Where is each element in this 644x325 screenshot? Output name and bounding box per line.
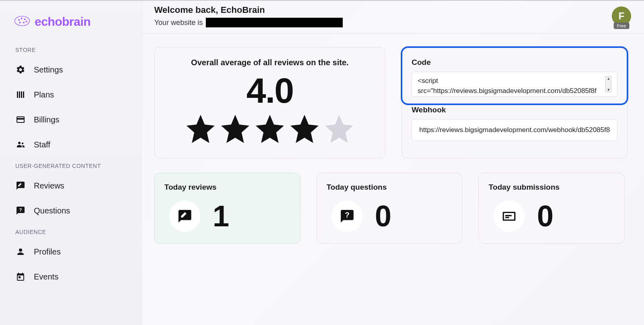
website-line: Your website is xyxy=(154,18,343,27)
svg-rect-10 xyxy=(23,91,24,98)
staff-icon xyxy=(15,139,26,150)
svg-point-14 xyxy=(19,248,22,252)
stat-value: 0 xyxy=(537,201,553,231)
svg-point-5 xyxy=(23,22,25,23)
sidebar-item-label: Events xyxy=(34,272,58,282)
svg-point-11 xyxy=(18,142,21,144)
stats-row: Today reviews1Today questions?0Today sub… xyxy=(154,173,625,244)
stat-value: 1 xyxy=(213,201,229,231)
sidebar-item-label: Profiles xyxy=(34,247,61,257)
svg-point-2 xyxy=(21,17,23,19)
sidebar: echobrain STORE Settings Plans Billings … xyxy=(0,1,142,325)
website-prefix: Your website is xyxy=(154,19,203,27)
brain-icon xyxy=(14,14,31,29)
svg-rect-7 xyxy=(17,91,18,98)
webhook-label: Webhook xyxy=(412,106,617,114)
sidebar-item-label: Reviews xyxy=(34,181,64,190)
overall-title: Overall average of all reviews on the si… xyxy=(164,58,375,67)
sidebar-item-label: Staff xyxy=(34,140,50,149)
stat-title: Today submissions xyxy=(489,183,615,192)
sidebar-item-settings[interactable]: Settings xyxy=(0,57,142,82)
svg-point-4 xyxy=(19,22,21,23)
svg-point-1 xyxy=(18,19,20,21)
plan-badge: Free xyxy=(614,23,630,29)
gear-icon xyxy=(15,64,26,75)
stat-card: Today submissions0 xyxy=(478,173,625,244)
content: Overall average of all reviews on the si… xyxy=(142,33,644,325)
code-webhook-card: Code <script src="https://reviews.bigsig… xyxy=(402,47,627,158)
sidebar-item-label: Questions xyxy=(34,206,70,215)
stat-card: Today questions?0 xyxy=(317,173,463,244)
svg-rect-9 xyxy=(21,91,22,98)
overall-average-card: Overall average of all reviews on the si… xyxy=(154,47,385,158)
code-snippet-box[interactable]: <script src="https://reviews.bigsigmadev… xyxy=(412,72,617,97)
star-icon xyxy=(218,112,252,147)
question-icon: ? xyxy=(15,205,26,216)
sidebar-item-staff[interactable]: Staff xyxy=(0,132,142,157)
sidebar-item-label: Settings xyxy=(34,65,63,75)
svg-text:?: ? xyxy=(345,211,350,219)
main: Welcome back, EchoBrain Your website is … xyxy=(142,1,644,325)
webhook-url-box[interactable]: https://reviews.bigsigmadevelopment.com/… xyxy=(412,119,617,141)
star-icon xyxy=(288,112,321,147)
logo-text: echobrain xyxy=(35,15,91,29)
sidebar-item-profiles[interactable]: Profiles xyxy=(0,239,142,264)
nav-section-store: STORE xyxy=(0,41,142,57)
card-icon xyxy=(15,114,26,125)
svg-point-6 xyxy=(26,21,27,22)
star-rating xyxy=(164,112,375,147)
sidebar-item-reviews[interactable]: Reviews xyxy=(0,173,142,198)
nav-section-ugc: USER-GENERATED CONTENT xyxy=(0,157,142,173)
person-icon xyxy=(15,246,26,257)
sidebar-item-events[interactable]: Events xyxy=(0,264,142,289)
overall-value: 4.0 xyxy=(164,71,375,110)
topbar: Welcome back, EchoBrain Your website is … xyxy=(142,1,644,33)
nav-section-audience: AUDIENCE xyxy=(0,223,142,239)
svg-point-12 xyxy=(22,143,23,144)
logo[interactable]: echobrain xyxy=(0,10,142,41)
svg-rect-8 xyxy=(19,91,20,98)
star-icon xyxy=(184,112,217,147)
avatar[interactable]: F Free xyxy=(611,6,632,27)
sidebar-item-billings[interactable]: Billings xyxy=(0,107,142,132)
svg-point-0 xyxy=(15,16,30,26)
question-bubble-icon: ? xyxy=(331,201,363,232)
stat-title: Today questions xyxy=(327,183,453,192)
svg-text:?: ? xyxy=(19,207,22,212)
calendar-icon xyxy=(15,271,26,282)
stat-card: Today reviews1 xyxy=(154,173,300,244)
code-label: Code xyxy=(412,58,617,67)
star-icon xyxy=(322,112,356,147)
sidebar-item-plans[interactable]: Plans xyxy=(0,82,142,107)
stat-value: 0 xyxy=(375,201,391,231)
review-icon xyxy=(15,180,26,191)
sidebar-item-label: Plans xyxy=(34,90,54,99)
website-redacted xyxy=(206,18,343,27)
scrollbar[interactable]: ▲▼ xyxy=(605,76,611,92)
submission-icon xyxy=(493,201,525,232)
plans-icon xyxy=(15,89,26,100)
sidebar-item-questions[interactable]: ? Questions xyxy=(0,198,142,223)
stat-title: Today reviews xyxy=(164,183,290,192)
code-text: <script src="https://reviews.bigsigmadev… xyxy=(418,76,603,96)
svg-point-3 xyxy=(24,19,26,20)
sidebar-item-label: Billings xyxy=(34,115,59,124)
star-icon xyxy=(253,112,287,147)
welcome-title: Welcome back, EchoBrain xyxy=(154,5,343,15)
rate-review-icon xyxy=(169,201,201,232)
